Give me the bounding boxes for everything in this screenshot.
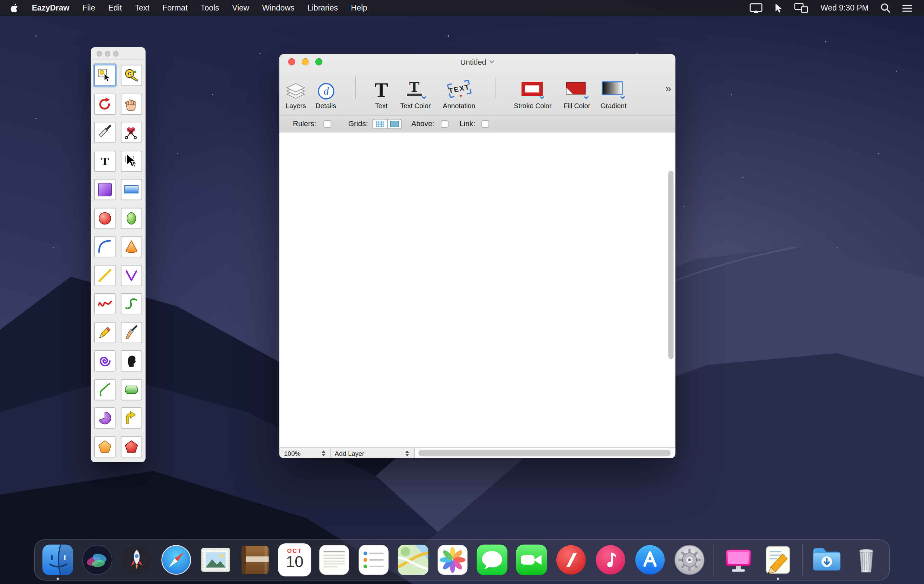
tool-cone[interactable]: [121, 236, 142, 257]
toolbar-text-color-button[interactable]: T Text Color: [400, 73, 431, 110]
horizontal-scrollbar-thumb[interactable]: [419, 450, 671, 456]
vertical-scrollbar-thumb[interactable]: [668, 171, 674, 359]
tool-fold-arrow[interactable]: [121, 407, 142, 428]
menubar-status: Wed 9:30 PM: [744, 0, 924, 16]
tool-brush[interactable]: [121, 322, 142, 343]
rulers-checkbox[interactable]: [323, 120, 331, 128]
zoom-popup[interactable]: 100%: [282, 448, 328, 458]
menu-view[interactable]: View: [226, 3, 256, 12]
dock-facetime[interactable]: [515, 543, 548, 576]
dock-launchpad[interactable]: [120, 543, 153, 576]
dock-textedit[interactable]: [318, 543, 351, 576]
menu-edit[interactable]: Edit: [102, 3, 129, 12]
toolbar-details-button[interactable]: d Details: [315, 73, 336, 110]
menu-libraries[interactable]: Libraries: [301, 3, 345, 12]
tool-rounded-rect[interactable]: [121, 379, 142, 400]
menu-file[interactable]: File: [76, 3, 102, 12]
tool-pentagon-red[interactable]: [121, 436, 142, 457]
tool-grid: T: [91, 60, 145, 457]
toolbar-annotation-button[interactable]: TEXT Annotation: [443, 73, 475, 110]
dock-itunes[interactable]: [594, 543, 627, 576]
spotlight-search-icon[interactable]: [874, 3, 896, 13]
dock-display-app[interactable]: [722, 543, 755, 576]
tool-text[interactable]: T: [94, 151, 116, 172]
tool-line[interactable]: [94, 265, 116, 286]
app-menu-eazydraw[interactable]: EazyDraw: [25, 3, 76, 12]
grid-color-button[interactable]: [387, 119, 402, 129]
link-checkbox[interactable]: [481, 120, 489, 128]
palette-titlebar[interactable]: [91, 47, 145, 60]
pointer-device-icon[interactable]: [769, 3, 789, 13]
drawing-canvas[interactable]: [279, 133, 675, 447]
toolbar-layers-button[interactable]: Layers: [285, 73, 306, 110]
dock-messages[interactable]: [475, 543, 508, 576]
dock-downloads-folder[interactable]: [810, 543, 843, 576]
above-checkbox[interactable]: [441, 120, 449, 128]
dock-mail-stamp[interactable]: [199, 543, 232, 576]
tool-rectangle[interactable]: [94, 179, 116, 200]
minimize-icon[interactable]: [105, 51, 111, 57]
tool-silhouette[interactable]: [121, 350, 142, 371]
titlebar[interactable]: Untitled: [279, 54, 675, 69]
calendar-icon: OCT 10: [278, 543, 311, 576]
tool-arc[interactable]: [94, 236, 116, 257]
tool-freehand-curve[interactable]: [94, 293, 116, 314]
horizontal-scrollbar[interactable]: [415, 448, 675, 458]
dock-app-store[interactable]: [634, 543, 667, 576]
dock-photos[interactable]: [436, 543, 469, 576]
dock-system-preferences[interactable]: [673, 543, 706, 576]
tool-knife[interactable]: [94, 122, 116, 143]
tool-bezier-curve[interactable]: [121, 293, 142, 314]
svg-text:d: d: [323, 85, 328, 97]
grid-lines-button[interactable]: [372, 119, 387, 129]
close-icon[interactable]: [97, 51, 102, 57]
dock-reminders[interactable]: [357, 543, 390, 576]
notification-center-icon[interactable]: [896, 4, 918, 12]
dock-news[interactable]: [555, 543, 587, 576]
dock-separator: [714, 544, 714, 576]
toolbar-stroke-color-button[interactable]: Stroke Color: [514, 73, 552, 110]
tool-rotate[interactable]: [94, 93, 116, 114]
dock-siri[interactable]: [81, 543, 114, 576]
dock-maps[interactable]: [396, 543, 429, 576]
tool-spiral[interactable]: [94, 350, 116, 371]
dock-finder[interactable]: [41, 543, 74, 576]
airplay-display-icon[interactable]: [744, 3, 769, 13]
displays-icon[interactable]: [789, 3, 815, 13]
desktop: EazyDraw File Edit Text Format Tools Vie…: [0, 0, 924, 584]
tool-measure[interactable]: [121, 65, 142, 86]
zoom-icon[interactable]: [113, 51, 119, 57]
tool-pentagon-orange[interactable]: [94, 436, 116, 457]
dock-calendar[interactable]: OCT 10: [278, 543, 311, 576]
toolbar-fill-color-button[interactable]: Fill Color: [564, 73, 590, 110]
tool-curved-line[interactable]: [94, 379, 116, 400]
menu-tools[interactable]: Tools: [194, 3, 226, 12]
menubar-clock[interactable]: Wed 9:30 PM: [815, 3, 874, 12]
stepper-icon: [322, 450, 325, 456]
dock-eazydraw[interactable]: [761, 543, 794, 576]
tool-polyline[interactable]: [121, 265, 142, 286]
menu-help[interactable]: Help: [345, 3, 374, 12]
zoom-value: 100%: [284, 449, 301, 456]
dock-trash[interactable]: [850, 543, 883, 576]
toolbar-text-button[interactable]: T Text: [371, 73, 391, 110]
chevron-down-icon[interactable]: [489, 60, 495, 63]
tool-pan-hand[interactable]: [121, 93, 142, 114]
toolbar-gradient-button[interactable]: Gradient: [601, 73, 627, 110]
menubar-menus: EazyDraw File Edit Text Format Tools Vie…: [0, 0, 374, 16]
tool-pencil[interactable]: [94, 322, 116, 343]
tool-blue-rectangle[interactable]: [121, 179, 142, 200]
tool-oval[interactable]: [121, 207, 142, 229]
dock-contacts-book[interactable]: [239, 543, 272, 576]
menu-windows[interactable]: Windows: [256, 3, 301, 12]
menu-text[interactable]: Text: [128, 3, 156, 12]
apple-menu[interactable]: [0, 3, 25, 13]
tool-select[interactable]: [94, 65, 116, 86]
add-layer-popup[interactable]: Add Layer: [332, 448, 411, 458]
tool-pie[interactable]: [94, 407, 116, 428]
menu-format[interactable]: Format: [156, 3, 194, 12]
tool-circle[interactable]: [94, 207, 116, 229]
dock-safari[interactable]: [160, 543, 193, 576]
tool-cut-scissors[interactable]: [121, 122, 142, 143]
toolbar-overflow-button[interactable]: »: [665, 82, 671, 95]
